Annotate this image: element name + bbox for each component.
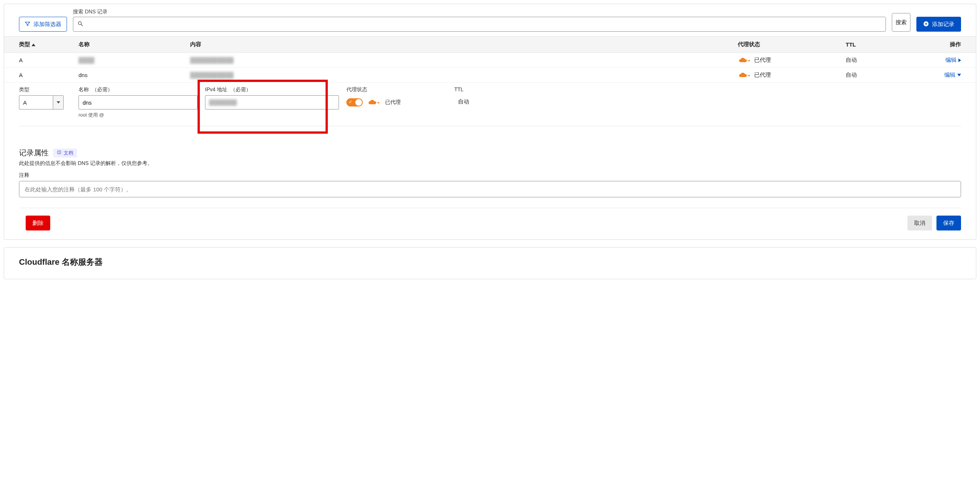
dns-records-panel: 添加筛选器 搜索 DNS 记录 搜索 添加记录 类型 名称: [4, 4, 976, 240]
cell-content: ███████████: [190, 72, 738, 78]
cell-name: dns: [78, 72, 190, 78]
field-proxy: 代理状态 ✓ 已代理: [346, 86, 454, 110]
cell-proxy: 已代理: [738, 72, 846, 78]
cell-type: A: [19, 57, 78, 63]
notes-input[interactable]: [19, 181, 961, 197]
divider: [19, 126, 961, 126]
field-ttl: TTL 自动: [454, 86, 540, 109]
action-bar: 删除 取消 保存: [4, 208, 976, 239]
cell-ttl: 自动: [846, 57, 931, 64]
check-icon: ✓: [348, 99, 352, 105]
cancel-button[interactable]: 取消: [907, 215, 932, 230]
cloud-proxied-icon: [367, 99, 380, 106]
cell-proxy-text: 已代理: [754, 57, 771, 64]
col-header-type[interactable]: 类型: [19, 41, 78, 48]
name-input[interactable]: [83, 99, 194, 106]
filter-icon: [25, 21, 30, 28]
book-icon: [57, 150, 61, 156]
ttl-label: TTL: [454, 86, 540, 93]
col-header-content[interactable]: 内容: [190, 41, 738, 48]
table-header: 类型 名称 内容 代理状态 TTL 操作: [4, 36, 976, 53]
table-row: A dns ███████████ 已代理 自动 编辑: [4, 68, 976, 83]
table-row: A ████ ███████████ 已代理 自动 编辑: [4, 53, 976, 68]
nameservers-panel: Cloudflare 名称服务器: [4, 247, 976, 279]
chevron-down-icon: [53, 96, 63, 109]
field-ipv4: IPv4 地址 （必需）: [205, 86, 346, 110]
cell-proxy-text: 已代理: [754, 72, 771, 78]
proxy-status-text: 已代理: [385, 99, 401, 106]
delete-button[interactable]: 删除: [25, 215, 50, 230]
records-table: 类型 名称 内容 代理状态 TTL 操作 A ████ ███████████ …: [4, 36, 976, 239]
add-record-label: 添加记录: [932, 21, 955, 28]
record-attrs-desc: 此处提供的信息不会影响 DNS 记录的解析，仅供您参考。: [19, 160, 961, 167]
add-filter-button[interactable]: 添加筛选器: [19, 17, 67, 32]
field-type: 类型 A: [19, 86, 78, 110]
svg-point-0: [78, 22, 81, 25]
toolbar: 添加筛选器 搜索 DNS 记录 搜索 添加记录: [4, 4, 976, 36]
add-record-button[interactable]: 添加记录: [916, 17, 961, 32]
cloud-proxied-icon: [738, 57, 751, 64]
record-attrs-title: 记录属性: [19, 148, 49, 158]
cell-ttl: 自动: [846, 72, 931, 78]
record-attrs-header: 记录属性 文档: [19, 148, 961, 158]
search-label: 搜索 DNS 记录: [73, 8, 886, 15]
notes-label: 注释: [19, 172, 961, 179]
type-label: 类型: [19, 86, 71, 93]
name-hint: root 使用 @: [78, 112, 197, 118]
type-select[interactable]: A: [19, 95, 64, 110]
notes-block: 注释: [19, 172, 961, 197]
col-header-ttl[interactable]: TTL: [846, 41, 931, 48]
type-value: A: [19, 96, 53, 109]
proxy-label: 代理状态: [346, 86, 454, 93]
proxy-toggle[interactable]: ✓: [346, 98, 363, 107]
cell-type: A: [19, 72, 78, 78]
svg-line-1: [81, 25, 83, 26]
ipv4-label: IPv4 地址 （必需）: [205, 86, 339, 93]
save-button[interactable]: 保存: [937, 215, 961, 230]
nameservers-title: Cloudflare 名称服务器: [19, 257, 961, 268]
docs-link[interactable]: 文档: [53, 148, 77, 158]
cell-proxy: 已代理: [738, 57, 846, 64]
plus-circle-icon: [923, 21, 929, 28]
search-submit-button[interactable]: 搜索: [892, 13, 910, 32]
search-icon: [77, 21, 83, 28]
edit-button[interactable]: 编辑: [944, 72, 961, 78]
name-label: 名称 （必需）: [78, 86, 197, 93]
ttl-value: 自动: [454, 94, 540, 109]
cell-name: ████: [78, 57, 190, 63]
cell-content: ███████████: [190, 57, 738, 63]
col-header-proxy[interactable]: 代理状态: [738, 41, 846, 48]
docs-label: 文档: [64, 150, 73, 156]
search-input[interactable]: [73, 17, 886, 32]
ipv4-input[interactable]: [209, 99, 335, 106]
add-filter-label: 添加筛选器: [33, 21, 61, 28]
edit-button[interactable]: 编辑: [945, 57, 961, 64]
field-name: 名称 （必需） root 使用 @: [78, 86, 205, 118]
search-block: 搜索 DNS 记录: [73, 8, 886, 32]
record-editor: 类型 A 名称 （必需） root 使用 @: [4, 83, 976, 141]
cloud-proxied-icon: [738, 72, 751, 78]
col-header-action: 操作: [931, 41, 961, 48]
col-header-name[interactable]: 名称: [78, 41, 190, 48]
search-input-wrap: [73, 17, 886, 32]
